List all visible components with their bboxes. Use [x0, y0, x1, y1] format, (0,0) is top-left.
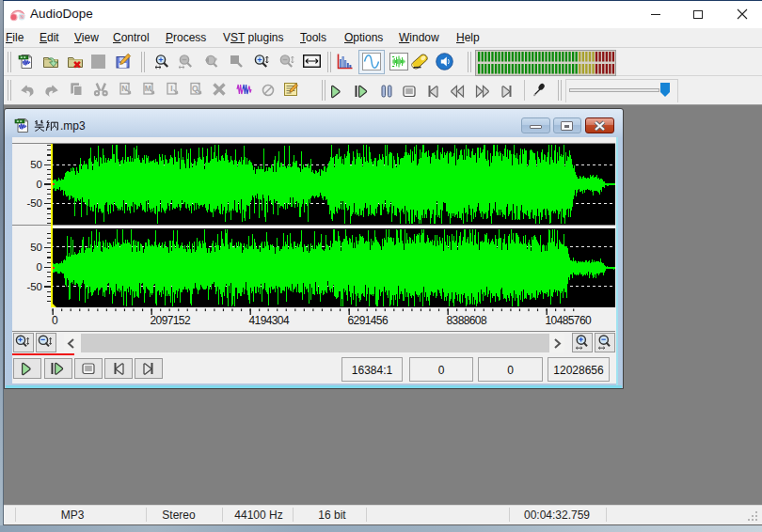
svg-text:I: I [170, 84, 172, 93]
svg-text:N: N [121, 84, 127, 93]
svg-text:Q: Q [192, 84, 198, 93]
svg-text:M: M [145, 84, 151, 93]
